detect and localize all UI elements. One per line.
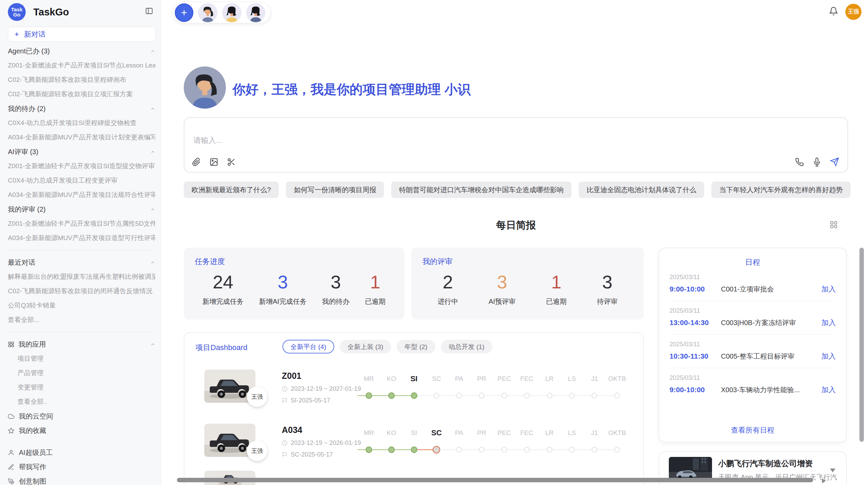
- sidebar-item[interactable]: A034-全新新能源MUV产品开发项目造型可行性评审: [8, 231, 155, 245]
- avatar-woman-navy-top[interactable]: [246, 3, 265, 22]
- sidebar-section-header[interactable]: 我的评审 (2): [8, 202, 155, 216]
- image-upload-icon[interactable]: [209, 158, 218, 166]
- quick-access-pill: [173, 2, 271, 23]
- event-name: C001-立项审批会: [721, 285, 821, 294]
- user-icon: [8, 449, 14, 456]
- chevron-up-icon[interactable]: [150, 49, 155, 54]
- project-row-A034[interactable]: 王强A0342023-12-19 ~ 2026-01-19SC-2025-05-…: [184, 424, 643, 475]
- add-member-button[interactable]: [175, 3, 193, 22]
- schedule-event: 2025/03/1110:30-11:30C005-整车工程目标评审加入: [670, 335, 836, 368]
- attachment-icon[interactable]: [192, 158, 201, 166]
- briefing-layout-grid-icon[interactable]: [830, 221, 838, 229]
- stat-我的待办: 3我的待办: [322, 272, 349, 306]
- milestone-label: KO: [380, 428, 403, 438]
- schedule-card: 日程 2025/03/119:00-10:00C001-立项审批会加入2025/…: [659, 248, 847, 443]
- user-avatar[interactable]: 王强: [845, 4, 861, 20]
- sidebar-link-cloud[interactable]: 我的云空间: [8, 409, 155, 423]
- sidebar-item[interactable]: C0X4-动力总成开发项目工程变更评审: [8, 173, 155, 188]
- dashboard-tab[interactable]: 全新上装 (3): [340, 340, 391, 353]
- microphone-icon[interactable]: [812, 158, 821, 166]
- sidebar-section-header[interactable]: 最近对话: [8, 255, 155, 270]
- sidebar-item[interactable]: Z001-全新燃油轻卡产品开发项目SI造型提交物评审: [8, 159, 155, 173]
- sidebar-item[interactable]: A034-全新新能源MUV产品开发项目计划变更表编写: [8, 130, 155, 145]
- chevron-up-icon[interactable]: [150, 342, 155, 347]
- milestone-dot-done: [388, 447, 395, 453]
- scroll-right-arrow-icon[interactable]: [822, 478, 826, 483]
- sidebar-item[interactable]: 产品管理: [8, 366, 155, 380]
- section-title: Agent已办 (3): [8, 47, 50, 56]
- sidebar-item[interactable]: C0X4-动力总成开发项目SI里程碑提交物检查: [8, 116, 155, 130]
- sidebar-collapse-icon[interactable]: [145, 7, 153, 15]
- dashboard-tab[interactable]: 全新平台 (4): [282, 340, 334, 353]
- sidebar-tool-user[interactable]: AI超级员工: [8, 445, 155, 460]
- event-join-link[interactable]: 加入: [821, 351, 836, 361]
- new-chat-button[interactable]: 新对话: [8, 27, 156, 42]
- vertical-scrollbar[interactable]: [859, 248, 864, 442]
- milestone-PA: PA: [448, 424, 470, 464]
- suggestion-chip[interactable]: 当下年轻人对汽车外观有怎样的喜好趋势: [711, 182, 851, 198]
- avatar-man-blue-shirt[interactable]: [198, 3, 217, 22]
- milestone-J1: J1: [583, 424, 606, 464]
- suggestion-chip[interactable]: 如何写一份清晰的项目周报: [286, 182, 384, 198]
- avatar-woman-yellow-top[interactable]: [222, 3, 241, 22]
- sidebar-item[interactable]: C02-飞腾新能源轻客改款项目里程碑画布: [8, 73, 155, 87]
- section-title: 我的待办 (2): [8, 104, 46, 113]
- sidebar-tool-pentool[interactable]: 创意制图: [8, 474, 155, 485]
- sidebar-section-header[interactable]: 我的应用: [8, 337, 155, 351]
- dashboard-tab[interactable]: 动总开发 (1): [441, 340, 493, 353]
- stat-label: 已逾期: [546, 297, 567, 306]
- milestone-label: KO: [380, 374, 403, 384]
- sidebar-item[interactable]: 项目管理: [8, 351, 155, 366]
- sidebar-item[interactable]: C02-飞腾新能源轻客改款项目的闭环通告反馈情况: [8, 284, 155, 298]
- suggestion-chip[interactable]: 特朗普可能对进口汽车增税会对中国车企造成哪些影响: [391, 182, 571, 198]
- view-all-schedule-link[interactable]: 查看所有日程: [659, 425, 846, 435]
- stat-label: 新增AI完成任务: [259, 297, 307, 306]
- screenshot-scissors-icon[interactable]: [227, 158, 236, 166]
- sidebar-item[interactable]: Z001-全新燃油皮卡产品开发项目SI节点Lesson Learn报告: [8, 58, 155, 73]
- taskgo-app: Task Go TaskGo 新对话 Agent已办 (3)Z001-全新燃油皮…: [0, 0, 868, 485]
- dashboard-tab[interactable]: 年型 (2): [397, 340, 435, 353]
- sidebar-item[interactable]: 变更管理: [8, 380, 155, 395]
- send-icon[interactable]: [830, 157, 839, 166]
- chevron-up-icon[interactable]: [150, 260, 155, 265]
- event-join-link[interactable]: 加入: [821, 284, 836, 294]
- voice-call-icon[interactable]: [795, 158, 804, 166]
- composer-right-tools: [795, 157, 839, 166]
- chat-input[interactable]: [193, 136, 605, 145]
- scroll-down-arrow-icon[interactable]: [830, 469, 835, 472]
- project-row-Z001[interactable]: 王强Z0012023-12-19 ~ 2027-01-19SI-2025-05-…: [184, 370, 643, 421]
- sidebar-item[interactable]: 查看全部...: [8, 313, 155, 327]
- tool-label: 创意制图: [19, 477, 46, 485]
- stat-value: 1: [365, 272, 385, 292]
- chevron-up-icon[interactable]: [150, 149, 155, 154]
- event-join-link[interactable]: 加入: [821, 318, 836, 327]
- chevron-up-icon[interactable]: [150, 106, 155, 111]
- sidebar-link-star[interactable]: 我的收藏: [8, 423, 155, 438]
- event-name: X003-车辆动力学性能验...: [721, 385, 821, 395]
- event-join-link[interactable]: 加入: [821, 385, 836, 395]
- notifications-bell-icon[interactable]: [829, 7, 838, 16]
- event-time: 9:00-10:00: [670, 386, 721, 394]
- milestone-OKTB: OKTB: [606, 370, 628, 410]
- sidebar-section-header[interactable]: Agent已办 (3): [8, 44, 155, 58]
- my-reviews-card: 我的评审2进行中3AI预评审1已逾期3待评审: [411, 248, 644, 320]
- sidebar-item[interactable]: Z001-全新燃油轻卡产品开发项目SI节点属性5D文件评审: [8, 216, 155, 231]
- sidebar-section-header[interactable]: 我的待办 (2): [8, 101, 155, 116]
- sidebar-item[interactable]: 解释最新出台的欧盟报废车法规再生塑料比例被调至15%...: [8, 270, 155, 284]
- suggestion-chip[interactable]: 比亚迪全固态电池计划具体说了什么: [579, 182, 704, 198]
- sidebar-item[interactable]: C02-飞腾新能源轻客改款项目立项汇报方案: [8, 87, 155, 101]
- sidebar-section-header[interactable]: AI评审 (3): [8, 145, 155, 159]
- horizontal-scrollbar[interactable]: [177, 478, 813, 482]
- sidebar-item[interactable]: 查看全部..: [8, 395, 155, 409]
- milestone-KO: KO: [380, 370, 403, 410]
- project-date-range: 2023-12-19 ~ 2027-01-19: [291, 385, 361, 393]
- suggestion-chip[interactable]: 欧洲新规最近颁布了什么?: [184, 182, 279, 198]
- sidebar-tool-pen[interactable]: 帮我写作: [8, 460, 155, 474]
- greeting-text: 你好，王强，我是你的项目管理助理 小识: [232, 81, 471, 98]
- stat-AI预评审: 3AI预评审: [489, 272, 516, 306]
- sidebar-item[interactable]: 公司Q3轻卡销量: [8, 298, 155, 313]
- chevron-up-icon[interactable]: [150, 207, 155, 212]
- milestone-dot-late: [433, 446, 440, 453]
- flag-icon: [282, 398, 288, 403]
- sidebar-item[interactable]: A034-全新新能源MUV产品开发项目法规符合性评审: [8, 188, 155, 202]
